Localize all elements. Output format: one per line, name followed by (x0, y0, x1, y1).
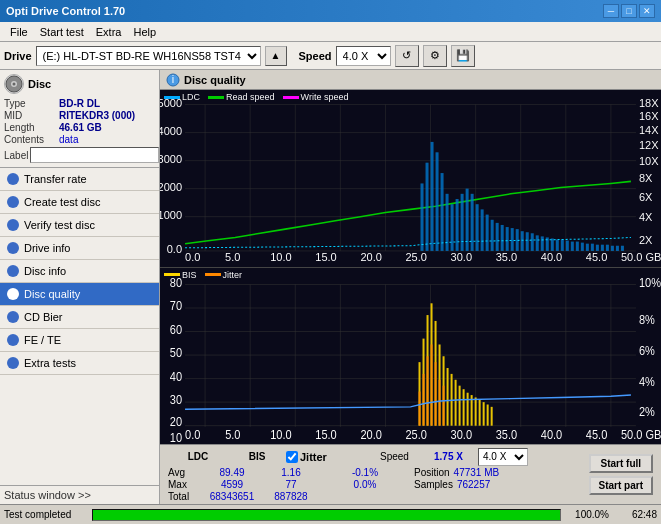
jitter-label: Jitter (300, 451, 327, 463)
svg-rect-87 (616, 246, 619, 251)
disc-length-row: Length 46.61 GB (4, 122, 155, 133)
disc-contents-row: Contents data (4, 134, 155, 145)
svg-rect-50 (431, 142, 434, 251)
sidebar-item-fe-te-label: FE / TE (24, 334, 61, 346)
start-part-button[interactable]: Start part (589, 476, 653, 495)
svg-text:8%: 8% (639, 312, 655, 327)
svg-rect-72 (541, 236, 544, 251)
transfer-rate-icon (6, 172, 20, 186)
sidebar-item-drive-info[interactable]: Drive info (0, 237, 159, 260)
disc-contents-label: Contents (4, 134, 59, 145)
svg-text:50.0 GB: 50.0 GB (621, 426, 661, 441)
total-label: Total (168, 491, 198, 502)
svg-text:0.0: 0.0 (185, 251, 200, 263)
svg-text:40.0: 40.0 (541, 426, 563, 441)
settings-button[interactable]: ⚙ (423, 45, 447, 67)
jitter-checkbox[interactable] (286, 451, 298, 463)
close-button[interactable]: ✕ (639, 4, 655, 18)
eject-button[interactable]: ▲ (265, 46, 287, 66)
svg-text:60: 60 (170, 322, 183, 337)
progress-bar-fill (93, 510, 560, 520)
disc-mid-row: MID RITEKDR3 (000) (4, 110, 155, 121)
svg-text:15.0: 15.0 (315, 426, 337, 441)
disc-type-value: BD-R DL (59, 98, 155, 109)
sidebar-item-disc-quality[interactable]: Disc quality (0, 283, 159, 306)
svg-text:35.0: 35.0 (496, 251, 517, 263)
progress-bar (92, 509, 561, 521)
svg-text:0.0: 0.0 (167, 243, 182, 255)
menu-start-test[interactable]: Start test (34, 25, 90, 39)
drivebar: Drive (E:) HL-DT-ST BD-RE WH16NS58 TST4 … (0, 42, 661, 70)
svg-rect-145 (475, 397, 477, 425)
create-test-disc-icon (6, 195, 20, 209)
speed-select[interactable]: 4.0 X 1.0 X 2.0 X 6.0 X 8.0 X (336, 46, 391, 66)
sidebar-item-cd-bier[interactable]: CD Bier (0, 306, 159, 329)
sidebar-item-create-test-disc[interactable]: Create test disc (0, 191, 159, 214)
svg-rect-83 (596, 245, 599, 251)
drive-info-icon (6, 241, 20, 255)
sidebar-item-extra-tests[interactable]: Extra tests (0, 352, 159, 375)
sidebar-item-fe-te[interactable]: FE / TE (0, 329, 159, 352)
svg-text:6%: 6% (639, 343, 655, 358)
svg-rect-58 (471, 194, 474, 251)
disc-length-label: Length (4, 122, 59, 133)
svg-rect-54 (451, 204, 454, 251)
sidebar-item-disc-info-label: Disc info (24, 265, 66, 277)
svg-text:1000: 1000 (160, 209, 182, 221)
svg-text:50.0 GB: 50.0 GB (621, 251, 661, 263)
time-display: 62:48 (617, 509, 657, 520)
save-button[interactable]: 💾 (451, 45, 475, 67)
app-title: Opti Drive Control 1.70 (6, 5, 125, 17)
legend-write-speed-label: Write speed (301, 92, 349, 102)
svg-rect-78 (571, 242, 574, 251)
svg-text:40: 40 (170, 369, 183, 384)
sidebar-item-verify-test-disc[interactable]: Verify test disc (0, 214, 159, 237)
svg-text:5.0: 5.0 (225, 426, 241, 441)
svg-rect-5 (160, 90, 661, 267)
svg-text:10X: 10X (639, 155, 659, 167)
menu-help[interactable]: Help (127, 25, 162, 39)
svg-rect-76 (561, 240, 564, 251)
svg-rect-89 (160, 268, 661, 445)
chart2-svg: 80 70 60 50 40 30 20 10 10% 8% 6% 4% 2% … (160, 268, 661, 445)
disc-header: Disc (4, 74, 155, 94)
refresh-button[interactable]: ↺ (395, 45, 419, 67)
minimize-button[interactable]: ─ (603, 4, 619, 18)
svg-text:25.0: 25.0 (405, 426, 427, 441)
stats-bar: LDC BIS Jitter Speed 1.75 X 4.0 X (160, 444, 661, 504)
sidebar-item-transfer-rate[interactable]: Transfer rate (0, 168, 159, 191)
svg-rect-63 (496, 223, 499, 251)
svg-rect-55 (456, 199, 459, 251)
svg-rect-61 (486, 215, 489, 251)
svg-text:10.0: 10.0 (270, 426, 292, 441)
sidebar-item-extra-tests-label: Extra tests (24, 357, 76, 369)
svg-rect-141 (459, 385, 461, 425)
speed-select-stats[interactable]: 4.0 X (478, 448, 528, 466)
sidebar-item-drive-info-label: Drive info (24, 242, 70, 254)
drive-select[interactable]: (E:) HL-DT-ST BD-RE WH16NS58 TST4 (36, 46, 261, 66)
svg-rect-80 (581, 243, 584, 251)
svg-rect-155 (439, 379, 441, 425)
disc-label-input[interactable] (30, 147, 159, 163)
svg-rect-51 (436, 152, 439, 251)
status-window-button[interactable]: Status window >> (0, 485, 159, 504)
legend-ldc-color (164, 96, 180, 99)
legend-ldc-label: LDC (182, 92, 200, 102)
chart1-svg: 5000 4000 3000 2000 1000 0.0 18X 16X 14X… (160, 90, 661, 267)
svg-text:30: 30 (170, 392, 183, 407)
disc-quality-header-icon: i (166, 73, 180, 87)
sidebar-item-disc-info[interactable]: Disc info (0, 260, 159, 283)
start-full-button[interactable]: Start full (589, 454, 653, 473)
svg-text:50: 50 (170, 345, 183, 360)
menu-extra[interactable]: Extra (90, 25, 128, 39)
svg-text:20.0: 20.0 (360, 251, 381, 263)
menu-file[interactable]: File (4, 25, 34, 39)
disc-quality-title: Disc quality (184, 74, 246, 86)
svg-rect-81 (586, 244, 589, 251)
svg-rect-152 (427, 356, 429, 425)
stats-data-section: LDC BIS Jitter Speed 1.75 X 4.0 X (164, 448, 585, 502)
legend-read-speed-label: Read speed (226, 92, 275, 102)
maximize-button[interactable]: □ (621, 4, 637, 18)
chart1-legend: LDC Read speed Write speed (164, 92, 348, 102)
status-text: Test completed (4, 509, 84, 520)
